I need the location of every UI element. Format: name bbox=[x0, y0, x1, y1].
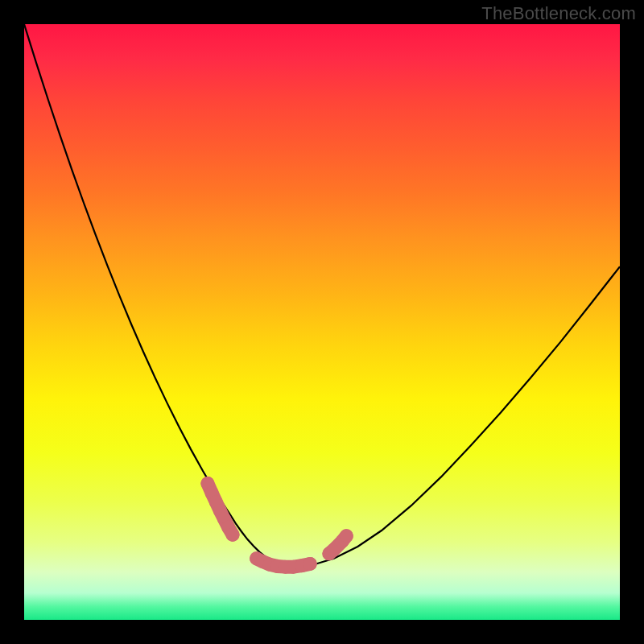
chart-stage: TheBottleneck.com bbox=[0, 0, 644, 644]
marker-dot bbox=[340, 529, 353, 543]
marker-dot bbox=[226, 528, 240, 542]
watermark-text: TheBottleneck.com bbox=[481, 3, 636, 24]
bottleneck-chart bbox=[24, 24, 620, 620]
marker-dot bbox=[303, 557, 317, 571]
chart-background bbox=[24, 24, 620, 620]
